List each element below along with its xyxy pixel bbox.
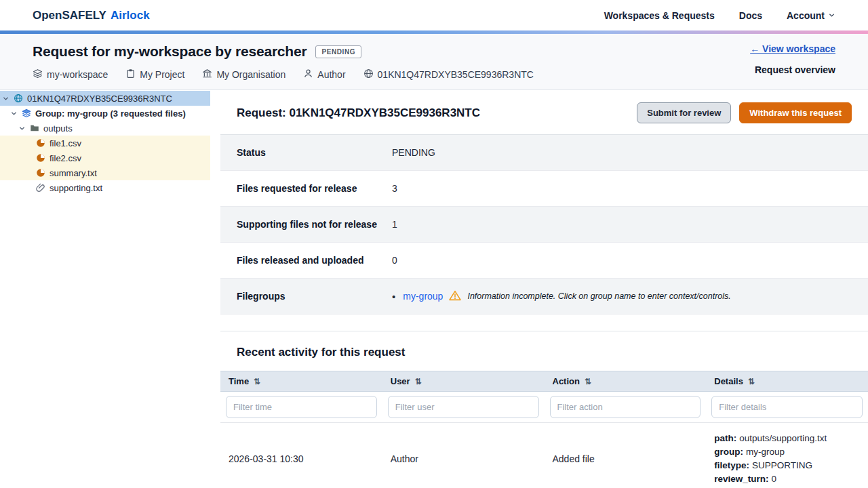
sort-icon: ⇅: [748, 377, 755, 386]
nav-docs-label: Docs: [739, 10, 762, 21]
column-header-label: Details: [714, 376, 743, 386]
tree-node-supporting[interactable]: supporting.txt: [0, 180, 210, 195]
globe-icon: [13, 94, 24, 103]
project-icon: [125, 68, 136, 81]
filter-action-input[interactable]: [550, 396, 701, 418]
breadcrumb-author[interactable]: Author: [303, 68, 345, 81]
tree-node-label: summary.txt: [50, 168, 97, 178]
sort-icon: ⇅: [585, 377, 591, 386]
detail-row-filegroups: Filegroups my-group Information incomple…: [220, 279, 868, 314]
brand-logo[interactable]: OpenSAFELY Airlock: [33, 9, 150, 22]
file-tree-sidebar: 01KN1Q47RDXYB35CE9936R3NTC Group: my-gro…: [0, 90, 210, 195]
output-file-icon: [35, 153, 46, 163]
tree-node-file2[interactable]: file2.csv: [0, 150, 210, 165]
tree-node-file1[interactable]: file1.csv: [0, 136, 210, 150]
chevron-down-icon: [828, 10, 835, 21]
recent-activity-section: Recent activity for this request Time ⇅ …: [220, 331, 868, 488]
filegroup-item: my-group Information incomplete. Click o…: [392, 290, 731, 303]
detail-kv: review_turn:0: [714, 472, 860, 486]
detail-kv: filetype:SUPPORTING: [714, 459, 860, 472]
sort-icon: ⇅: [415, 377, 422, 386]
nav-docs[interactable]: Docs: [739, 10, 762, 21]
request-heading: Request: 01KN1Q47RDXYB35CE9936R3NTC: [237, 106, 480, 120]
layers-icon: [21, 108, 32, 118]
detail-value: PENDING: [392, 147, 435, 158]
output-file-icon: [35, 168, 46, 178]
tree-node-label: file2.csv: [50, 153, 81, 163]
main-nav: Workspaces & Requests Docs Account: [604, 10, 835, 21]
column-header-action[interactable]: Action ⇅: [545, 371, 707, 391]
detail-label: Files requested for release: [237, 183, 392, 194]
tree-node-outputs-folder[interactable]: outputs: [0, 121, 210, 136]
withdraw-request-button[interactable]: Withdraw this request: [739, 102, 852, 123]
activity-action-cell: Added file: [545, 445, 707, 473]
chevron-down-icon: [1, 95, 9, 102]
column-header-label: User: [391, 376, 410, 386]
tree-node-request-root[interactable]: 01KN1Q47RDXYB35CE9936R3NTC: [0, 91, 210, 106]
request-header-left: Request for my-workspace by researcher P…: [33, 43, 534, 81]
organisation-icon: [202, 68, 212, 81]
activity-table-header: Time ⇅ User ⇅ Action ⇅ Details ⇅: [220, 371, 868, 392]
detail-value: 3: [392, 183, 397, 194]
detail-label: Filegroups: [237, 291, 392, 302]
filter-details-input[interactable]: [711, 396, 863, 418]
nav-account-label: Account: [787, 10, 825, 21]
breadcrumb-organisation[interactable]: My Organisation: [202, 68, 285, 81]
breadcrumb-author-label: Author: [317, 69, 345, 80]
nav-account[interactable]: Account: [787, 10, 835, 21]
column-header-user[interactable]: User ⇅: [382, 371, 545, 391]
detail-row-files-released: Files released and uploaded 0: [220, 243, 868, 279]
detail-row-status: Status PENDING: [220, 135, 868, 171]
tree-node-label: supporting.txt: [50, 183, 102, 193]
detail-row-supporting-files: Supporting files not for release 1: [220, 207, 868, 243]
tree-node-label: Group: my-group (3 requested files): [35, 108, 186, 119]
request-main: Request: 01KN1Q47RDXYB35CE9936R3NTC Subm…: [220, 90, 868, 488]
activity-row: 2026-03-31 10:30 Author Added file path:…: [220, 423, 868, 488]
breadcrumb: my-workspace My Project My Organisation …: [33, 68, 534, 81]
top-nav: OpenSAFELY Airlock Workspaces & Requests…: [0, 0, 868, 30]
request-header: Request for my-workspace by researcher P…: [0, 34, 868, 90]
tree-node-summary[interactable]: summary.txt: [0, 165, 210, 180]
globe-icon: [363, 68, 374, 81]
breadcrumb-workspace-label: my-workspace: [47, 69, 108, 80]
sort-icon: ⇅: [254, 377, 260, 386]
breadcrumb-request-id[interactable]: 01KN1Q47RDXYB35CE9936R3NTC: [363, 68, 534, 81]
nav-workspaces-requests[interactable]: Workspaces & Requests: [604, 10, 715, 21]
submit-for-review-button[interactable]: Submit for review: [637, 102, 731, 123]
user-icon: [303, 68, 313, 81]
filter-user-input[interactable]: [388, 396, 539, 418]
breadcrumb-workspace[interactable]: my-workspace: [33, 68, 108, 81]
tree-node-label: outputs: [43, 123, 73, 134]
column-header-label: Action: [553, 376, 580, 386]
detail-kv: path:outputs/supporting.txt: [714, 432, 860, 445]
detail-kv: group:my-group: [714, 445, 860, 459]
column-header-time[interactable]: Time ⇅: [220, 371, 382, 391]
tree-node-group[interactable]: Group: my-group (3 requested files): [0, 106, 210, 121]
request-details-table: Status PENDING Files requested for relea…: [220, 134, 868, 314]
chevron-down-icon: [18, 125, 26, 132]
breadcrumb-request-id-label: 01KN1Q47RDXYB35CE9936R3NTC: [378, 69, 534, 80]
detail-value: 0: [392, 255, 397, 266]
status-badge: PENDING: [315, 45, 361, 58]
activity-user-cell: Author: [382, 445, 545, 473]
request-header-right: ← View workspace Request overview: [750, 43, 835, 75]
detail-label: Files released and uploaded: [237, 255, 392, 266]
column-header-label: Time: [229, 376, 249, 386]
activity-details-cell: path:outputs/supporting.txt group:my-gro…: [706, 423, 868, 488]
chevron-down-icon: [9, 110, 18, 117]
folder-icon: [29, 123, 40, 133]
filter-time-input[interactable]: [226, 396, 377, 418]
paperclip-icon: [35, 183, 46, 192]
detail-label: Supporting files not for release: [237, 219, 392, 230]
page-title: Request for my-workspace by researcher: [33, 43, 307, 60]
activity-time-cell: 2026-03-31 10:30: [220, 445, 382, 473]
column-header-details[interactable]: Details ⇅: [706, 371, 868, 391]
filegroup-link[interactable]: my-group: [403, 291, 443, 302]
page-body: 01KN1Q47RDXYB35CE9936R3NTC Group: my-gro…: [0, 90, 868, 488]
breadcrumb-organisation-label: My Organisation: [216, 69, 285, 80]
breadcrumb-project[interactable]: My Project: [125, 68, 184, 81]
warning-icon: [449, 290, 461, 303]
nav-workspaces-requests-label: Workspaces & Requests: [604, 10, 715, 21]
view-workspace-link[interactable]: ← View workspace: [750, 43, 835, 54]
detail-row-files-requested: Files requested for release 3: [220, 171, 868, 207]
